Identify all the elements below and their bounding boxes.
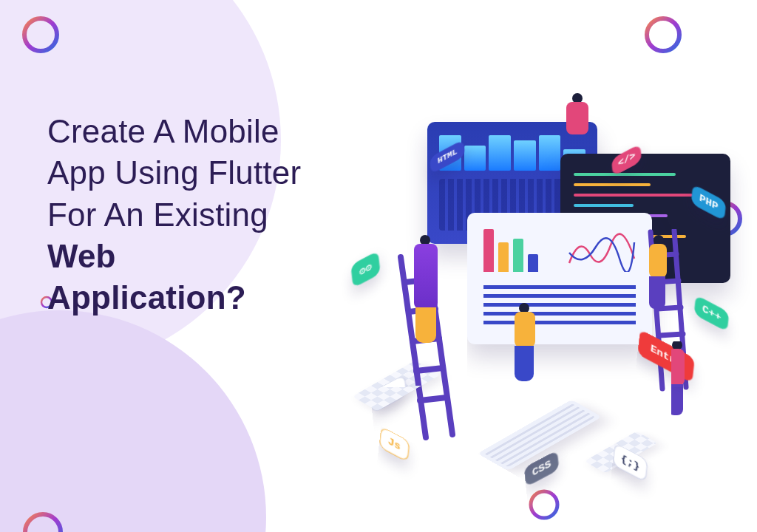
tech-tag-gears-icon: ⚙⚙ [350,250,380,288]
gradient-ring-icon [643,15,683,55]
headline-bold: Application? [47,279,246,316]
svg-point-0 [24,18,57,51]
page-title: Create A Mobile App Using Flutter For An… [47,111,358,319]
svg-line-11 [416,368,443,371]
tech-tag-cpp: C++ [694,295,730,332]
headline-bold: Web [47,238,116,274]
screen-panel-white [467,213,652,344]
headline-line: For An Existing [47,197,268,233]
svg-line-18 [659,334,683,335]
headline-line: Create A Mobile [47,113,279,149]
svg-point-1 [647,18,679,51]
gradient-ring-icon [21,510,65,532]
svg-line-12 [420,398,447,400]
svg-point-5 [25,514,61,532]
headline-line: App Using Flutter [47,154,301,191]
lavender-blob-bottom [0,310,266,532]
gradient-ring-icon [21,15,61,55]
hero-illustration: HTML </> PHP C++ Entre CSS Js ⚙⚙ </> {;} [325,89,739,502]
person-on-ladder-icon [420,236,421,237]
